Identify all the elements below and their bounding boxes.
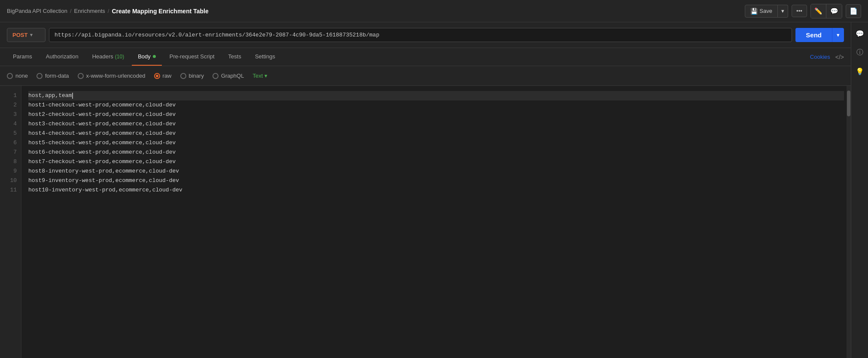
more-button[interactable]: ••• [792,5,807,17]
radio-graphql[interactable]: GraphQL [212,73,244,79]
doc-icon: 📄 [850,7,858,15]
tabs-row: Params Authorization Headers (10) Body P… [0,48,851,66]
tabs-right: Cookies </> [810,54,844,61]
right-sidebar: 💬 ⓘ 💡 [851,22,868,358]
code-icon[interactable]: </> [835,54,844,61]
cookies-link[interactable]: Cookies [810,54,830,60]
method-select[interactable]: POST ▾ [7,28,46,42]
radio-raw[interactable]: raw [154,73,172,79]
tab-pre-request-script[interactable]: Pre-request Script [164,48,221,66]
radio-urlencoded-label: x-www-form-urlencoded [86,73,146,79]
edit-button[interactable]: ✏️ [811,4,826,18]
text-type-chevron-icon: ▾ [264,73,267,79]
code-line-9: host8-inventory-west-prod,ecommerce,clou… [28,167,844,176]
line-numbers: 1 2 3 4 5 6 7 8 9 10 11 [0,86,21,358]
code-line-5: host4-checkout-west-prod,ecommerce,cloud… [28,129,844,138]
content-area: POST ▾ Send ▾ Params Authorization Heade… [0,22,851,358]
body-type-row: none form-data x-www-form-urlencoded raw… [0,66,851,86]
url-bar: POST ▾ Send ▾ [0,22,851,48]
edit-icon: ✏️ [814,7,822,15]
page-title: Create Mapping Enrichment Table [112,8,208,15]
radio-raw-circle [154,73,160,79]
save-icon: 💾 [750,8,758,15]
save-button-group: 💾 Save ▾ [745,5,788,18]
send-button-group: Send ▾ [795,28,844,42]
radio-none[interactable]: none [7,73,28,79]
sep2: / [108,8,109,14]
scrollbar-track[interactable] [847,86,851,358]
line-num-9: 9 [4,167,17,176]
radio-raw-label: raw [163,73,172,79]
radio-urlencoded-circle [78,73,84,79]
save-button[interactable]: 💾 Save [745,5,778,18]
tab-authorization[interactable]: Authorization [40,48,85,66]
breadcrumb: BigPanda API Collection / Enrichments / … [7,8,209,15]
url-input[interactable] [49,28,792,42]
radio-graphql-circle [212,73,219,79]
comment-icon: 💬 [830,7,838,15]
method-label: POST [12,32,27,38]
topbar-actions: 💾 Save ▾ ••• ✏️ 💬 📄 [745,4,861,18]
save-label: Save [759,8,772,14]
collection-label[interactable]: BigPanda API Collection [7,8,67,14]
radio-none-circle [7,73,13,79]
code-line-8: host7-checkout-west-prod,ecommerce,cloud… [28,157,844,167]
line-num-1: 1 [4,91,17,100]
save-dropdown-button[interactable]: ▾ [778,5,788,18]
enrichments-label[interactable]: Enrichments [74,8,105,14]
send-dropdown-button[interactable]: ▾ [832,28,844,42]
tabs-left: Params Authorization Headers (10) Body P… [7,48,281,66]
line-num-8: 8 [4,157,17,167]
code-line-7: host6-checkout-west-prod,ecommerce,cloud… [28,148,844,157]
code-line-3: host2-checkout-west-prod,ecommerce,cloud… [28,110,844,119]
line-num-10: 10 [4,176,17,185]
radio-graphql-label: GraphQL [221,73,244,79]
text-type-dropdown[interactable]: Text ▾ [252,73,267,79]
radio-none-label: none [15,73,28,79]
line-num-6: 6 [4,138,17,148]
tab-headers[interactable]: Headers (10) [86,48,130,66]
code-line-2: host1-checkout-west-prod,ecommerce,cloud… [28,100,844,110]
text-type-label: Text [252,73,263,79]
body-dot [153,55,156,58]
radio-urlencoded[interactable]: x-www-form-urlencoded [78,73,146,79]
line-num-2: 2 [4,100,17,110]
headers-badge: (10) [115,54,124,60]
radio-binary-circle [180,73,186,79]
sidebar-info-icon[interactable]: ⓘ [854,46,866,58]
tab-params[interactable]: Params [7,48,38,66]
tab-body[interactable]: Body [132,48,162,66]
code-line-4: host3-checkout-west-prod,ecommerce,cloud… [28,119,844,129]
scrollbar-thumb[interactable] [847,91,850,116]
radio-binary-label: binary [189,73,204,79]
code-editor[interactable]: host,app,team host1-checkout-west-prod,e… [21,86,851,358]
line-num-11: 11 [4,185,17,195]
tab-settings[interactable]: Settings [249,48,281,66]
sep1: / [70,8,72,14]
edit-comment-buttons: ✏️ 💬 [810,4,842,18]
line-num-4: 4 [4,119,17,129]
radio-form-data-circle [36,73,42,79]
send-button[interactable]: Send [795,28,832,42]
sidebar-chat-icon[interactable]: 💬 [854,27,866,39]
code-line-6: host5-checkout-west-prod,ecommerce,cloud… [28,138,844,148]
line-num-7: 7 [4,148,17,157]
radio-binary[interactable]: binary [180,73,204,79]
tab-tests[interactable]: Tests [222,48,247,66]
sidebar-light-icon[interactable]: 💡 [854,65,866,77]
editor-container: 1 2 3 4 5 6 7 8 9 10 11 host,app,team ho… [0,86,851,358]
radio-form-data[interactable]: form-data [36,73,69,79]
line-num-5: 5 [4,129,17,138]
topbar: BigPanda API Collection / Enrichments / … [0,0,868,22]
cursor [72,93,73,99]
code-line-10: host9-inventory-west-prod,ecommerce,clou… [28,176,844,185]
doc-button[interactable]: 📄 [846,4,861,18]
radio-form-data-label: form-data [45,73,69,79]
code-line-11: host10-inventory-west-prod,ecommerce,clo… [28,185,844,195]
main-container: POST ▾ Send ▾ Params Authorization Heade… [0,22,868,358]
line-num-3: 3 [4,110,17,119]
comment-button[interactable]: 💬 [826,4,842,18]
method-chevron-icon: ▾ [30,32,33,38]
code-line-1: host,app,team [28,91,844,100]
